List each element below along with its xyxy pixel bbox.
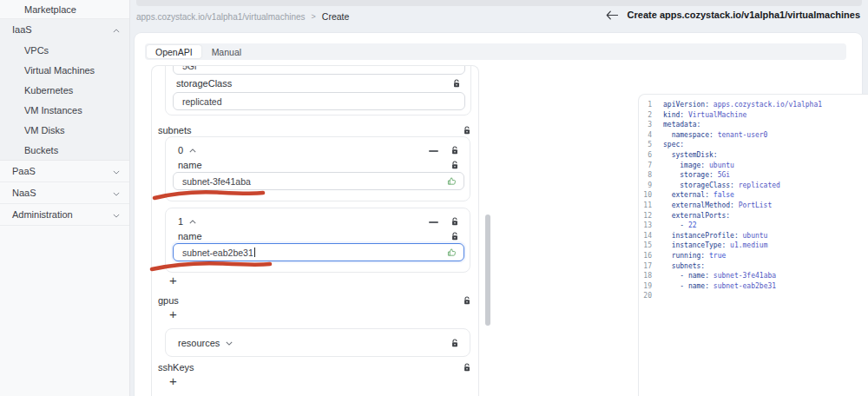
sidebar-item-kubernetes[interactable]: Kubernetes [0,80,129,100]
line-content: spec: [663,140,684,150]
sidebar-item-virtual-machines[interactable]: Virtual Machines [0,60,129,80]
line-content: - name: subnet-3fe41aba [663,271,776,281]
sidebar-group-administration: Administration [0,204,129,226]
line-content: external: false [663,190,734,201]
line-content: image: ubuntu [663,161,734,171]
top-toolbar-strip [136,0,862,6]
code-line[interactable]: 9 storageClass: replicated [639,181,868,191]
lock-icon [464,126,470,135]
line-content: apiVersion: apps.cozystack.io/v1alpha1 [663,100,822,110]
add-sshkey-button[interactable]: + [169,375,177,387]
code-line[interactable]: 4 namespace: tenant-user0 [639,130,868,141]
code-line[interactable]: 18 - name: subnet-3fe41aba [639,271,868,281]
subnet-0-name-input[interactable]: subnet-3fe41aba [173,172,464,190]
code-line[interactable]: 12 externalPorts: [639,211,868,221]
subnet-item-1-card: 1 name subnet-eab2be31 [165,208,470,273]
sidebar-group-header-paas[interactable]: PaaS [0,161,129,182]
code-line[interactable]: 1apiVersion: apps.cozystack.io/v1alpha1 [639,100,868,110]
thumbs-up-icon[interactable] [447,248,457,257]
sidebar-item-buckets[interactable]: Buckets [0,140,129,160]
sidebar-group-naas: NaaS [0,182,129,204]
sidebar-item-vpcs[interactable]: VPCs [0,40,129,60]
chevron-up-icon [189,148,196,153]
line-number: 13 [639,221,663,231]
line-content: - name: subnet-eab2be31 [663,281,776,292]
sidebar-group-header-administration[interactable]: Administration [0,204,129,225]
sidebar-item-vm-instances[interactable]: VM Instances [0,100,129,120]
subnet-0-name-value: subnet-3fe41aba [182,176,447,187]
storage-input-value: 5Gi [182,65,457,71]
sidebar-item-vm-disks[interactable]: VM Disks [0,120,129,140]
lock-icon [453,79,460,88]
line-number: 8 [639,170,663,181]
code-line[interactable]: 3metadata: [639,120,868,130]
sidebar-group-label: NaaS [12,188,36,198]
resources-card[interactable]: resources [165,328,470,357]
line-content: storageClass: replicated [663,181,780,191]
sidebar-group-header-naas[interactable]: NaaS [0,182,129,203]
yaml-editor[interactable]: 1apiVersion: apps.cozystack.io/v1alpha12… [638,94,868,396]
sshkeys-label: sshKeys [158,362,194,373]
page-title: Create apps.cozystack.io/v1alpha1/virtua… [628,10,860,20]
tab-openapi[interactable]: OpenAPI [147,45,201,58]
chevron-up-icon [189,220,196,224]
line-content: subnets: [663,261,705,272]
subnet-item-0-toggle[interactable]: 0 [178,145,196,155]
subnet-item-0-index: 0 [178,145,183,155]
line-number: 2 [639,110,663,121]
code-line[interactable]: 19 - name: subnet-eab2be31 [639,281,868,292]
line-number: 12 [639,211,663,221]
sidebar-group-label: PaaS [12,166,36,176]
code-line[interactable]: 15 instanceType: u1.medium [639,241,868,251]
line-content: metadata: [663,120,700,130]
gpus-label: gpus [158,295,179,306]
chevron-down-icon [113,188,120,198]
breadcrumb: apps.cozystack.io/v1alpha1/virtualmachin… [136,11,349,22]
line-number: 11 [639,201,663,211]
subnet-item-0-card: 0 name subnet-3fe41aba [165,136,470,201]
yaml-code[interactable]: 1apiVersion: apps.cozystack.io/v1alpha12… [639,100,868,301]
code-line[interactable]: 8 storage: 5Gi [639,170,868,181]
resources-toggle[interactable]: resources [178,338,233,348]
subnet-1-name-input[interactable]: subnet-eab2be31 [173,243,464,261]
code-line[interactable]: 17 subnets: [639,261,868,272]
line-content: instanceType: u1.medium [663,241,767,251]
chevron-down-icon [113,209,120,220]
storage-input[interactable]: 5Gi [173,65,465,75]
line-number: 17 [639,261,663,272]
line-content: kind: VirtualMachine [663,110,746,121]
line-number: 4 [639,130,663,141]
code-line[interactable]: 10 external: false [639,190,868,201]
code-line[interactable]: 7 image: ubuntu [639,161,868,171]
remove-subnet-1-button[interactable] [429,221,438,223]
form-scrollbar-thumb[interactable] [485,214,490,326]
code-line[interactable]: 11 externalMethod: PortList [639,201,868,211]
code-line[interactable]: 16 running: true [639,251,868,261]
line-number: 10 [639,190,663,201]
code-line[interactable]: 5spec: [639,140,868,150]
back-arrow-icon[interactable] [606,10,618,20]
chevron-up-icon [113,24,120,35]
tab-manual[interactable]: Manual [203,45,250,58]
code-line[interactable]: 13 - 22 [639,221,868,231]
add-gpu-button[interactable]: + [169,308,177,320]
subnet-1-name-label: name [178,231,202,241]
line-number: 1 [639,100,663,110]
sidebar-item-marketplace[interactable]: Marketplace [0,0,129,19]
code-line[interactable]: 2kind: VirtualMachine [639,110,868,121]
sidebar-group-header-iaas[interactable]: IaaS [0,19,129,40]
remove-subnet-0-button[interactable] [429,150,438,152]
breadcrumb-path[interactable]: apps.cozystack.io/v1alpha1/virtualmachin… [136,12,306,22]
storageclass-input-value: replicated [182,96,457,107]
line-content: externalMethod: PortList [663,201,772,211]
code-line[interactable]: 6 systemDisk: [639,150,868,161]
add-subnet-button[interactable]: + [169,274,177,287]
subnet-item-1-toggle[interactable]: 1 [178,216,196,227]
storageclass-input[interactable]: replicated [173,92,465,110]
thumbs-up-icon[interactable] [447,176,457,186]
line-number: 16 [639,251,663,261]
text-cursor [254,248,255,257]
sidebar-group-iaas: IaaS VPCsVirtual MachinesKubernetesVM In… [0,19,129,161]
code-line[interactable]: 20 [639,291,868,301]
code-line[interactable]: 14 instanceProfile: ubuntu [639,231,868,241]
